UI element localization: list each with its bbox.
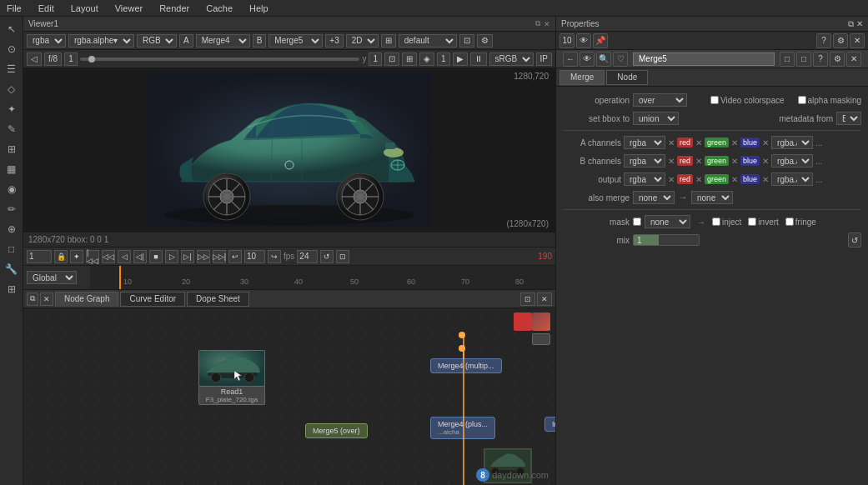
a-channels-x1[interactable]: ✕ [668, 138, 675, 148]
play-btn[interactable]: ▶ [453, 52, 468, 66]
bouncing-btn[interactable]: ⊡ [336, 250, 349, 263]
ip-btn[interactable]: IP [536, 52, 552, 66]
a-tag-blue[interactable]: blue [740, 138, 760, 148]
menu-layout[interactable]: Layout [68, 3, 102, 13]
also-merge-select1[interactable]: none [633, 191, 675, 204]
skip-start-btn[interactable]: |◁◁ [86, 250, 99, 263]
output-tag-green[interactable]: green [705, 174, 729, 184]
top-right-node3[interactable] [532, 333, 550, 345]
mask-select[interactable]: none [645, 215, 690, 228]
props-heart-icon[interactable]: ♡ [613, 52, 628, 67]
b-tag-blue[interactable]: blue [740, 156, 760, 166]
props-icon-close2[interactable]: ✕ [846, 52, 861, 67]
props-icon-help[interactable]: ? [816, 33, 831, 48]
colorspace-select[interactable]: RGB [137, 34, 177, 48]
key-btn[interactable]: ✦ [70, 250, 83, 263]
b-tag-red[interactable]: red [677, 156, 693, 166]
tab-merge[interactable]: Merge [559, 70, 605, 85]
global-select[interactable]: Global [27, 271, 77, 284]
zoom-btn[interactable]: ⊞ [402, 52, 417, 66]
timeline-ruler[interactable]: Global 10 20 30 40 50 60 70 80 90 100 [23, 266, 555, 289]
aspect-btn[interactable]: ⊡ [384, 52, 399, 66]
node-graph-settings[interactable]: ⊡ [520, 292, 535, 306]
tab-curve-editor[interactable]: Curve Editor [120, 292, 185, 307]
tool-node[interactable]: ⊞ [3, 140, 21, 158]
tool-clock[interactable]: ⊙ [3, 40, 21, 58]
node-read1[interactable]: Read1 F3_plate_720.tga [198, 350, 265, 400]
viewer-close-icon[interactable]: ✕ [544, 20, 550, 28]
frame-counter2[interactable]: 1 [437, 52, 450, 66]
tool-pen[interactable]: ✎ [3, 120, 21, 138]
next-key-btn[interactable]: ▷▷ [197, 250, 210, 263]
props-icon-settings[interactable]: ⚙ [833, 33, 848, 48]
top-right-node2[interactable] [532, 312, 550, 331]
menu-cache[interactable]: Cache [203, 3, 236, 13]
tool-cursor[interactable]: ↖ [3, 20, 21, 38]
output-x2[interactable]: ✕ [695, 175, 702, 184]
props-icon-settings2[interactable]: ⚙ [830, 52, 845, 67]
tab-dope-sheet[interactable]: Dope Sheet [187, 292, 249, 307]
tool-edit[interactable]: ✏ [3, 200, 21, 218]
merge-select[interactable]: Merge4 [196, 34, 250, 48]
mix-reset-btn[interactable]: ↺ [848, 232, 861, 248]
also-merge-arrow[interactable]: → [678, 192, 688, 203]
stop-btn[interactable]: ■ [149, 250, 163, 263]
alpha-select[interactable]: rgba.alphe▾ [68, 34, 134, 48]
merge5-select[interactable]: Merge5 [268, 34, 323, 48]
props-icon-eye[interactable]: 👁 [576, 33, 591, 48]
settings-icon[interactable]: ⚙ [477, 34, 493, 48]
output-tag-red[interactable]: red [677, 174, 693, 184]
props-num-10[interactable]: 10 [559, 33, 574, 48]
prev-frame-transport[interactable]: ◁ [118, 250, 131, 263]
view-mode-select[interactable]: 2D [346, 34, 379, 48]
output-x3[interactable]: ✕ [731, 175, 738, 184]
b-tag-green[interactable]: green [705, 156, 729, 166]
props-node-name[interactable] [633, 52, 775, 66]
output-tag-blue[interactable]: blue [740, 174, 760, 184]
frame-num[interactable]: 1 [64, 52, 78, 66]
video-colorspace-checkbox[interactable] [710, 96, 719, 104]
mask-checkbox[interactable] [633, 218, 641, 226]
a-channels-alpha-select[interactable]: rgba.al▾ [771, 136, 813, 149]
prev-frame-btn[interactable]: ◁ [27, 52, 42, 66]
b-channels-x4[interactable]: ✕ [762, 157, 769, 166]
tool-list[interactable]: ☰ [3, 60, 21, 78]
next-mark-btn[interactable]: ↪ [268, 250, 281, 263]
next-frame-btn[interactable]: ▷| [181, 250, 194, 263]
resolution-icon[interactable]: ⊡ [459, 34, 474, 48]
a-tag-red[interactable]: red [677, 138, 693, 148]
output-alpha-select[interactable]: rgba.al▾ [771, 172, 813, 186]
ruler-area[interactable]: 10 20 30 40 50 60 70 80 90 100 [90, 266, 555, 289]
operation-select[interactable]: over [633, 93, 687, 107]
output-x1[interactable]: ✕ [668, 175, 675, 184]
mix-slider[interactable]: 1 [633, 234, 700, 246]
fps-input[interactable] [297, 250, 318, 263]
tool-eye[interactable]: ◉ [3, 180, 21, 198]
node-merge5[interactable]: Merge5 (over) [305, 423, 368, 438]
tool-star[interactable]: ✦ [3, 100, 21, 118]
play-forward-btn[interactable]: ▷ [165, 250, 178, 263]
bbox-select[interactable]: union [633, 112, 679, 125]
menu-file[interactable]: File [3, 3, 25, 13]
props-pick-icon[interactable]: 🔍 [596, 52, 611, 67]
tool-layers[interactable]: ▦ [3, 160, 21, 178]
props-float-icon[interactable]: ⧉ [848, 19, 854, 29]
node-graph-close2[interactable]: ✕ [537, 292, 552, 306]
props-icon-sq1[interactable]: □ [780, 52, 795, 67]
skip-end-btn[interactable]: ▷▷| [213, 250, 226, 263]
tool-wrench[interactable]: 🔧 [3, 260, 21, 278]
plus3-btn[interactable]: +3 [325, 34, 343, 48]
loop-btn[interactable]: ↺ [320, 250, 334, 263]
menu-viewer[interactable]: Viewer [112, 3, 146, 13]
mask-fringe-checkbox[interactable] [785, 218, 794, 226]
tool-shapes[interactable]: ◇ [3, 80, 21, 98]
tab-node[interactable]: Node [606, 70, 648, 85]
prev-key-btn[interactable]: ◁◁ [102, 250, 115, 263]
a-channels-x4[interactable]: ✕ [762, 138, 769, 148]
b-channels-x3[interactable]: ✕ [731, 157, 738, 166]
b-channels-select[interactable]: rgba [624, 154, 665, 168]
node-graph-canvas[interactable]: Read1 F3_plate_720.tga Merge5 (over) Mer… [23, 308, 555, 485]
a-channels-x3[interactable]: ✕ [731, 138, 738, 148]
metadata-select[interactable]: B [836, 112, 861, 125]
view-mode-icon[interactable]: ⊞ [381, 34, 396, 48]
